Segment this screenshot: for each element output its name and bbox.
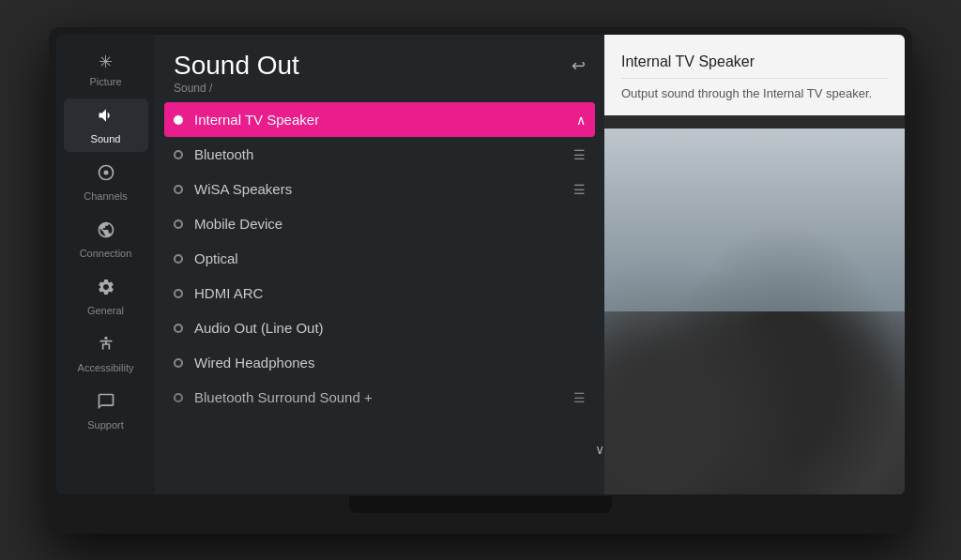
sidebar-item-support-label: Support xyxy=(87,419,124,431)
breadcrumb: Sound / xyxy=(174,82,299,95)
radio-dot-optical xyxy=(174,254,183,264)
menu-item-mobile-device[interactable]: Mobile Device xyxy=(155,206,604,241)
preview-panel: No Signal Please check the power of the … xyxy=(604,35,905,494)
tv-frame: ✳ Picture Sound Channels xyxy=(49,27,912,534)
sidebar-item-accessibility[interactable]: Accessibility xyxy=(64,327,148,381)
list-icon-wisa: ☰ xyxy=(573,182,586,197)
support-icon xyxy=(97,392,115,416)
water-effect xyxy=(604,129,905,311)
menu-item-label-bt-surround: Bluetooth Surround Sound + xyxy=(194,389,573,405)
menu-item-optical[interactable]: Optical xyxy=(155,241,604,276)
picture-icon: ✳ xyxy=(99,52,113,72)
sidebar: ✳ Picture Sound Channels xyxy=(56,35,155,494)
menu-list: Internal TV Speaker ∧ Bluetooth ☰ WiSA S… xyxy=(155,102,604,493)
menu-item-wired-headphones[interactable]: Wired Headphones xyxy=(155,345,604,380)
sidebar-item-picture[interactable]: ✳ Picture xyxy=(64,44,148,95)
tv-screen: ✳ Picture Sound Channels xyxy=(56,35,905,494)
menu-item-audio-out[interactable]: Audio Out (Line Out) xyxy=(155,310,604,345)
menu-item-hdmi-arc[interactable]: HDMI ARC xyxy=(155,276,604,310)
radio-dot-bluetooth xyxy=(174,150,183,159)
radio-dot-audio-out xyxy=(174,324,183,333)
radio-dot-internal xyxy=(174,115,183,125)
menu-item-label-hdmi: HDMI ARC xyxy=(194,285,586,301)
svg-point-1 xyxy=(103,170,108,174)
menu-item-internal-tv-speaker[interactable]: Internal TV Speaker ∧ xyxy=(164,102,595,137)
back-button[interactable]: ↩ xyxy=(572,55,586,76)
menu-item-label-internal: Internal TV Speaker xyxy=(194,112,576,128)
sidebar-item-channels-label: Channels xyxy=(84,190,127,202)
sidebar-item-general-label: General xyxy=(87,305,124,316)
menu-item-label-wisa: WiSA Speakers xyxy=(194,181,573,197)
svg-point-2 xyxy=(104,336,107,339)
sidebar-item-support[interactable]: Support xyxy=(64,385,148,438)
sidebar-item-sound-label: Sound xyxy=(91,133,121,144)
sidebar-item-channels[interactable]: Channels xyxy=(64,156,148,209)
menu-item-label-bluetooth: Bluetooth xyxy=(194,146,573,162)
list-icon-bluetooth: ☰ xyxy=(573,147,586,162)
radio-dot-hdmi xyxy=(174,289,183,298)
channels-icon xyxy=(97,163,115,187)
radio-dot-mobile xyxy=(174,219,183,229)
general-icon xyxy=(97,278,115,301)
sound-icon xyxy=(97,106,115,129)
sidebar-item-connection-label: Connection xyxy=(80,248,132,259)
accessibility-icon xyxy=(97,335,115,358)
menu-item-label-wired: Wired Headphones xyxy=(194,355,586,371)
menu-item-wisa-speakers[interactable]: WiSA Speakers ☰ xyxy=(155,172,604,206)
scroll-down-icon: ∨ xyxy=(595,442,604,457)
menu-item-bluetooth[interactable]: Bluetooth ☰ xyxy=(155,137,604,172)
preview-title: Internal TV Speaker xyxy=(621,53,888,70)
sidebar-item-picture-label: Picture xyxy=(89,76,121,87)
radio-dot-wired xyxy=(174,358,183,368)
connection-icon xyxy=(97,220,115,244)
menu-item-bluetooth-surround[interactable]: Bluetooth Surround Sound + ☰ xyxy=(155,380,604,415)
chevron-up-icon: ∧ xyxy=(576,113,586,128)
sidebar-item-accessibility-label: Accessibility xyxy=(78,362,134,373)
header-text-group: Sound Out Sound / xyxy=(174,52,299,96)
menu-item-label-optical: Optical xyxy=(194,250,586,266)
sidebar-item-connection[interactable]: Connection xyxy=(64,213,148,266)
menu-item-label-mobile: Mobile Device xyxy=(194,216,586,232)
preview-info: Internal TV Speaker Output sound through… xyxy=(604,35,905,116)
sidebar-item-general[interactable]: General xyxy=(64,270,148,324)
preview-image xyxy=(604,129,905,494)
menu-item-label-audio-out: Audio Out (Line Out) xyxy=(194,320,586,336)
preview-description: Output sound through the Internal TV spe… xyxy=(621,84,888,103)
radio-dot-bt-surround xyxy=(174,393,183,402)
list-icon-bt-surround: ☰ xyxy=(573,390,586,405)
sidebar-item-sound[interactable]: Sound xyxy=(64,98,148,152)
content-header: Sound Out Sound / ↩ xyxy=(155,35,604,103)
page-title: Sound Out xyxy=(174,52,299,81)
radio-dot-wisa xyxy=(174,185,183,194)
tv-stand xyxy=(349,496,612,513)
main-content: Sound Out Sound / ↩ Internal TV Speaker … xyxy=(155,35,604,494)
